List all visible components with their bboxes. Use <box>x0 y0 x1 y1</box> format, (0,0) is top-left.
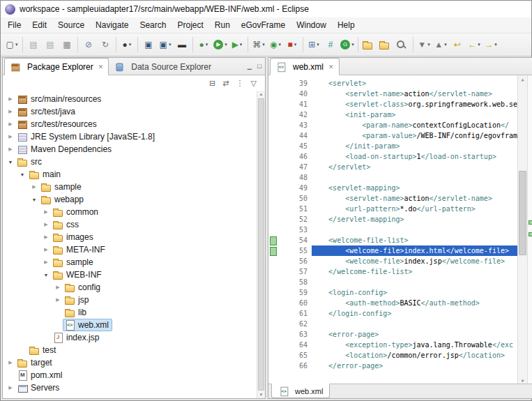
overview-ruler[interactable] <box>527 75 532 384</box>
code-line-61[interactable]: 61 </login-config> <box>268 308 517 319</box>
menu-project[interactable]: Project <box>172 19 208 31</box>
save-all-button[interactable]: ▤ <box>42 36 59 53</box>
save-button[interactable]: ▤ <box>25 36 42 53</box>
code-line-46[interactable]: 46 <load-on-startup>1</load-on-startup> <box>268 151 517 162</box>
egov-run-button[interactable]: ◉▾ <box>267 36 284 53</box>
tree-collapsed-arrow-icon[interactable]: ▶ <box>41 222 51 227</box>
tree-item-src-test-resources[interactable]: ▶src/test/resources <box>3 118 265 130</box>
code-line-50[interactable]: 50 <servlet-name>action</servlet-name> <box>268 193 517 204</box>
bottom-tab-web-xml[interactable]: web.xml <box>271 384 330 398</box>
close-icon[interactable]: ✕ <box>98 63 104 70</box>
tree-collapsed-arrow-icon[interactable]: ▶ <box>6 96 15 102</box>
tree-collapsed-arrow-icon[interactable]: ▶ <box>6 121 15 127</box>
code-line-47[interactable]: 47 </servlet> <box>268 162 517 172</box>
minimize-view-button[interactable]: ▁ <box>245 63 254 70</box>
tree-collapsed-arrow-icon[interactable]: ▶ <box>41 234 51 240</box>
code-line-58[interactable]: 58 <box>268 277 517 287</box>
menu-egovframe[interactable]: eGovFrame <box>236 19 291 31</box>
tree-expanded-arrow-icon[interactable]: ▼ <box>17 172 27 177</box>
code-line-45[interactable]: 45 </init-param> <box>268 141 517 151</box>
tree-item-main[interactable]: ▼main <box>3 168 265 181</box>
tree-expanded-arrow-icon[interactable]: ▼ <box>29 197 39 202</box>
tree-collapsed-arrow-icon[interactable]: ▶ <box>41 247 51 252</box>
link-with-editor-button[interactable]: ⇄ <box>220 78 231 89</box>
account-button[interactable]: ●▾ <box>119 36 135 53</box>
collapse-all-button[interactable]: ⊟ <box>206 78 218 89</box>
print-button[interactable]: ▦ <box>59 36 75 53</box>
tree-item-web-inf[interactable]: ▼WEB-INF <box>3 268 265 281</box>
tree-collapsed-arrow-icon[interactable]: ▶ <box>41 259 51 265</box>
open-console-button[interactable]: ▣▾ <box>157 36 174 53</box>
close-icon[interactable]: ✕ <box>328 63 334 70</box>
code-line-55[interactable]: 55 <welcome-file>index.html</welcome-fil… <box>268 245 517 256</box>
menu-run[interactable]: Run <box>209 19 236 31</box>
tab-web-xml[interactable]: web.xml ✕ <box>270 58 340 75</box>
code-line-48[interactable]: 48 <box>268 172 517 183</box>
next-annotation-button[interactable]: ▼▾ <box>416 36 432 53</box>
view-menu-button[interactable]: ⋮ <box>234 78 247 89</box>
tree-item-lib[interactable]: lib <box>3 306 265 319</box>
open-resource-button[interactable] <box>360 36 377 53</box>
code-line-40[interactable]: 40 <servlet-name>action</servlet-name> <box>268 89 517 99</box>
code-line-49[interactable]: 49 <servlet-mapping> <box>268 183 517 193</box>
code-line-59[interactable]: 59 <login-config> <box>268 287 517 298</box>
code-line-53[interactable]: 53 <box>268 225 517 235</box>
tree-item-webapp[interactable]: ▼webapp <box>3 193 265 206</box>
tree-item-sample-2[interactable]: ▶sample <box>3 256 265 268</box>
menu-source[interactable]: Source <box>52 19 90 31</box>
code-line-41[interactable]: 41 <servlet-class>org.springframework.we… <box>268 99 517 109</box>
tree-item-config[interactable]: ▶config <box>3 281 265 294</box>
overview-annotation[interactable] <box>529 220 532 225</box>
tree-collapsed-arrow-icon[interactable]: ▶ <box>41 209 51 215</box>
tree-collapsed-arrow-icon[interactable]: ▶ <box>6 134 15 139</box>
tree-item-css[interactable]: ▶css <box>3 218 265 231</box>
tree-item-meta-inf[interactable]: ▶META-INF <box>3 243 265 256</box>
menu-edit[interactable]: Edit <box>26 19 52 31</box>
tree-item-src-main-resources[interactable]: ▶src/main/resources <box>3 93 265 105</box>
new-project-button[interactable]: ⊞▾ <box>305 36 322 53</box>
scroll-up-icon[interactable]: ▲ <box>522 75 524 82</box>
tree-item-common[interactable]: ▶common <box>3 206 265 218</box>
tree-item-jre-system-library[interactable]: ▶JRE System Library [JavaSE-1.8] <box>3 130 265 143</box>
view-pulldown-button[interactable]: ▽ <box>248 78 259 89</box>
tree-item-test[interactable]: test <box>3 344 265 356</box>
debug-button[interactable]: ●▾ <box>195 36 212 53</box>
code-line-63[interactable]: 63 <error-page> <box>268 329 517 340</box>
code-line-51[interactable]: 51 <url-pattern>*.do</url-pattern> <box>268 204 517 214</box>
tree-item-src[interactable]: ▼src <box>3 156 265 168</box>
menu-help[interactable]: Help <box>332 19 360 31</box>
code-line-42[interactable]: 42 <init-param> <box>268 109 517 120</box>
tree-collapsed-arrow-icon[interactable]: ▶ <box>6 360 15 365</box>
console-button[interactable]: ▣ <box>140 36 157 53</box>
scroll-up-icon[interactable]: ▲ <box>259 91 264 98</box>
search-button[interactable] <box>394 36 411 53</box>
tree-collapsed-arrow-icon[interactable]: ▶ <box>53 285 63 290</box>
tree-item-jsp[interactable]: ▶jsp <box>3 294 265 306</box>
tree-expanded-arrow-icon[interactable]: ▼ <box>41 273 51 278</box>
forward-button[interactable]: →▾ <box>482 36 499 53</box>
code-line-57[interactable]: 57 </welcome-file-list> <box>268 266 517 277</box>
tree-collapsed-arrow-icon[interactable]: ▶ <box>6 109 15 114</box>
tree-item-target[interactable]: ▶target <box>3 356 265 369</box>
open-file-button[interactable] <box>377 36 394 53</box>
tree-item-src-test-java[interactable]: ▶src/test/java <box>3 105 265 118</box>
command-button[interactable]: ⌘▾ <box>250 36 267 53</box>
scrollbar-thumb[interactable] <box>519 171 526 255</box>
tree-collapsed-arrow-icon[interactable]: ▶ <box>6 146 15 152</box>
tree-scrollbar[interactable]: ▲ ▼ <box>257 91 265 398</box>
tree-item-images[interactable]: ▶images <box>3 231 265 243</box>
code-line-54[interactable]: 54 <welcome-file-list> <box>268 235 517 245</box>
tree-collapsed-arrow-icon[interactable]: ▶ <box>53 297 63 303</box>
menu-navigate[interactable]: Navigate <box>90 19 134 31</box>
tree-item-pom-xml[interactable]: pom.xml <box>3 369 265 381</box>
tree-item-maven-dependencies[interactable]: ▶Maven Dependencies <box>3 143 265 156</box>
menu-file[interactable]: File <box>2 19 26 31</box>
tree-item-servers[interactable]: ▶Servers <box>3 381 265 394</box>
scroll-down-icon[interactable]: ▼ <box>522 377 524 384</box>
tab-package-explorer[interactable]: Package Explorer ✕ <box>4 58 109 75</box>
menu-window[interactable]: Window <box>291 19 332 31</box>
code-line-64[interactable]: 64 <exception-type>java.lang.Throwable</… <box>268 340 517 350</box>
code-line-66[interactable]: 66 </error-page> <box>268 361 517 371</box>
scrollbar-thumb[interactable] <box>258 98 264 391</box>
tree-expanded-arrow-icon[interactable]: ▼ <box>6 160 15 165</box>
